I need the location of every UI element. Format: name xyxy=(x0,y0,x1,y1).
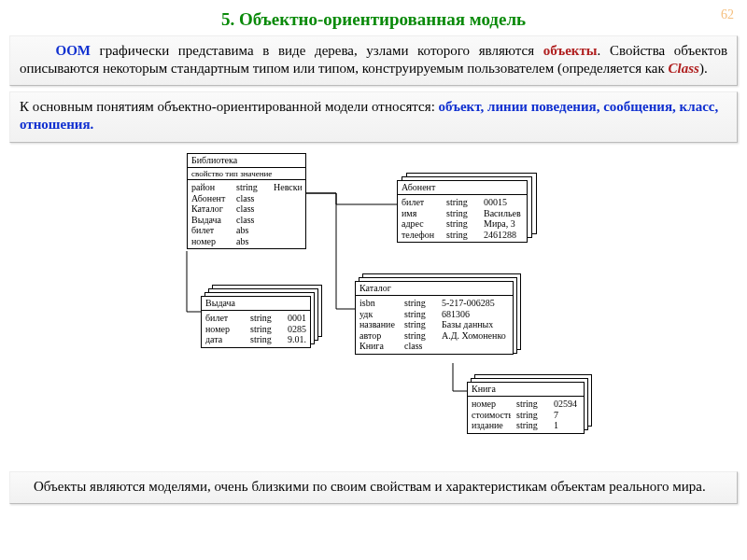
concepts-panel: К основным понятиям объектно-ориентирова… xyxy=(9,91,738,143)
table-row: номерstring02857 xyxy=(205,324,306,335)
card-library-title: Библиотека xyxy=(188,154,305,169)
card-library: Библиотека свойство тип значение районst… xyxy=(187,153,306,250)
table-row: удкstring681306 xyxy=(359,309,509,320)
table-row: датаstring9.01.97 xyxy=(205,334,306,345)
table-row: телефонstring2461288 xyxy=(402,230,523,241)
table-row: названиеstringБазы данных xyxy=(359,319,509,330)
table-row: билетstring00015 xyxy=(402,197,523,208)
table-row: стоимостьstring7 xyxy=(472,410,580,421)
table-row: авторstringА.Д. Хомоненко xyxy=(359,330,509,342)
table-row: изданиеstring1 xyxy=(472,420,580,431)
card-vydacha-title: Выдача xyxy=(202,297,310,312)
table-row: Выдачаclass xyxy=(191,215,302,226)
footer-text: Объекты являются моделями, очень близким… xyxy=(20,478,727,497)
table-row: номерstring02594 xyxy=(472,399,580,410)
table-row: Абонентclass xyxy=(191,193,302,204)
intro-text: ООМ графически представима в виде дерева… xyxy=(20,42,727,77)
term-oom: ООМ xyxy=(55,43,91,58)
intro-panel: ООМ графически представима в виде дерева… xyxy=(9,35,738,86)
concepts-text: К основным понятиям объектно-ориентирова… xyxy=(20,98,727,134)
term-class: Class xyxy=(669,61,699,76)
card-abonent-stack: Абонент билетstring00015имяstringВасилье… xyxy=(397,175,528,238)
table-row: isbnstring5-217-006285 xyxy=(359,298,509,309)
table-row: Книгаclass xyxy=(359,341,509,352)
table-row: билетstring00015 xyxy=(205,313,306,324)
table-row: билетabs xyxy=(191,225,302,236)
card-book-stack: Книга номерstring02594стоимостьstring7из… xyxy=(467,378,585,430)
card-vydacha-stack: Выдача билетstring00015номерstring02857д… xyxy=(201,288,311,341)
table-row: Каталогclass xyxy=(191,203,302,215)
table-row: адресstringМира, 3 xyxy=(402,218,523,230)
table-row: номерabs xyxy=(191,236,302,247)
card-abonent-title: Абонент xyxy=(398,181,527,196)
card-catalog-stack: Каталог isbnstring5-217-006285удкstring6… xyxy=(355,277,514,351)
oom-diagram: Библиотека свойство тип значение районst… xyxy=(9,148,738,466)
term-objects: объекты xyxy=(543,43,598,58)
footer-panel: Объекты являются моделями, очень близким… xyxy=(9,471,738,505)
slide-number: 62 xyxy=(721,7,734,22)
card-library-subhead: свойство тип значение xyxy=(188,168,305,180)
page-title: 5. Объектно-ориентированная модель xyxy=(0,9,747,30)
table-row: имяstringВасильев xyxy=(402,208,523,219)
table-row: районstringНевский xyxy=(191,182,302,193)
card-catalog-title: Каталог xyxy=(356,282,513,297)
card-book-title: Книга xyxy=(468,383,584,398)
